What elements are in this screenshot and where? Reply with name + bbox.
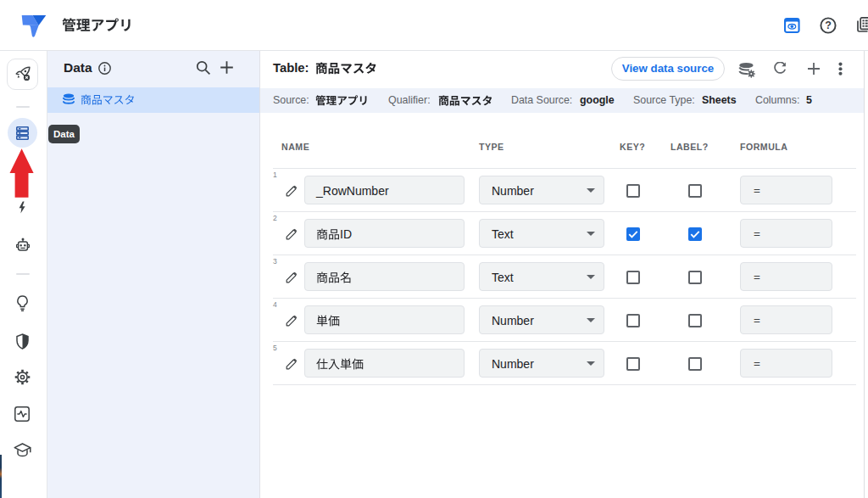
svg-text:?: ? [825,20,832,31]
